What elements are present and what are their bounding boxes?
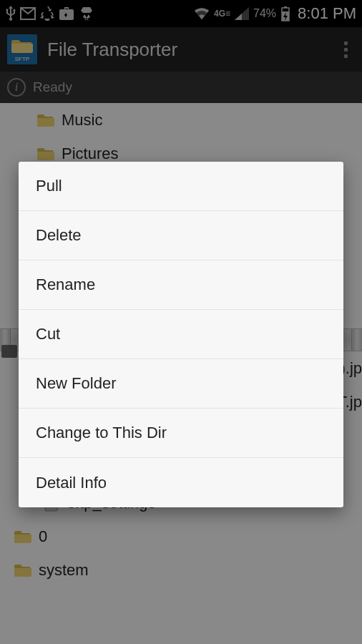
context-menu-item[interactable]: Delete [19, 211, 343, 260]
context-menu-item[interactable]: Cut [19, 310, 343, 359]
context-menu-item[interactable]: Rename [19, 260, 343, 310]
context-menu-item[interactable]: New Folder [19, 359, 343, 409]
context-menu-item[interactable]: Pull [19, 162, 343, 211]
context-menu-item[interactable]: Change to This Dir [19, 409, 343, 458]
context-menu: PullDeleteRenameCutNew FolderChange to T… [19, 162, 343, 507]
context-menu-item[interactable]: Detail Info [19, 458, 343, 507]
